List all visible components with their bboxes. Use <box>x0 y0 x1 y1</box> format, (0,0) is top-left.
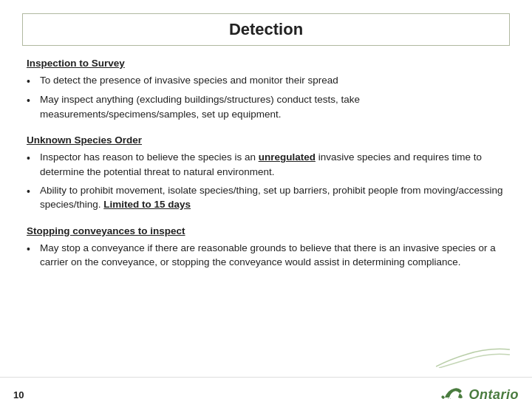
list-item: • May inspect anything (excluding buildi… <box>27 92 505 121</box>
bullet-text: To detect the presence of invasive speci… <box>40 73 505 88</box>
bullet-text: May stop a conveyance if there are reaso… <box>40 241 505 270</box>
bullet-list-stopping: • May stop a conveyance if there are rea… <box>27 241 505 270</box>
emphasis-text: Limited to 15 days <box>103 199 191 210</box>
bullet-text: Inspector has reason to believe the spec… <box>40 150 505 179</box>
ontario-bird-icon <box>437 384 466 400</box>
decorative-lines <box>436 346 510 368</box>
section-heading-inspection: Inspection to Survey <box>27 58 505 69</box>
bullet-dot: • <box>27 92 40 108</box>
bullet-dot: • <box>27 73 40 89</box>
bullet-list-unknown: • Inspector has reason to believe the sp… <box>27 150 505 211</box>
list-item: • Ability to prohibit movement, isolate … <box>27 183 505 212</box>
section-inspection-to-survey: Inspection to Survey • To detect the pre… <box>27 58 505 121</box>
list-item: • May stop a conveyance if there are rea… <box>27 241 505 270</box>
bullet-dot: • <box>27 183 40 199</box>
section-heading-unknown: Unknown Species Order <box>27 134 505 146</box>
emphasis-text: unregulated <box>259 151 316 163</box>
bullet-list-inspection: • To detect the presence of invasive spe… <box>27 73 505 121</box>
list-item: • To detect the presence of invasive spe… <box>27 73 505 89</box>
slide: Detection Inspection to Survey • To dete… <box>0 13 532 399</box>
slide-content: Inspection to Survey • To detect the pre… <box>0 58 532 270</box>
bullet-text: Ability to prohibit movement, isolate sp… <box>40 183 505 212</box>
title-box: Detection <box>22 13 510 46</box>
section-heading-stopping: Stopping conveyances to inspect <box>27 225 505 236</box>
bullet-dot: • <box>27 241 40 256</box>
slide-title: Detection <box>229 20 303 38</box>
ontario-label-text: Ontario <box>468 387 519 399</box>
footer-bar: 10 Ontario <box>0 377 532 399</box>
bullet-text: May inspect anything (excluding building… <box>40 92 505 121</box>
list-item: • Inspector has reason to believe the sp… <box>27 150 505 179</box>
page-number: 10 <box>13 389 24 399</box>
ontario-logo: Ontario <box>437 384 519 400</box>
section-stopping-conveyances: Stopping conveyances to inspect • May st… <box>27 225 505 270</box>
section-unknown-species-order: Unknown Species Order • Inspector has re… <box>27 134 505 211</box>
bullet-dot: • <box>27 150 40 166</box>
